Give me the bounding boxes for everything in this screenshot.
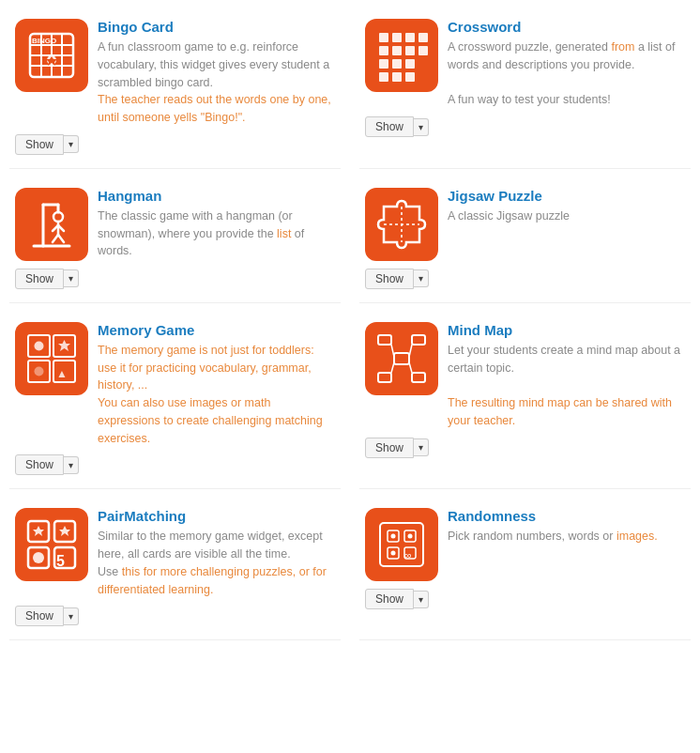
svg-rect-10 (379, 33, 388, 42)
show-button-crossword[interactable]: Show (365, 116, 414, 137)
widget-top-pair-matching: 5 PairMatchingSimilar to the memory game… (15, 508, 335, 598)
widget-btn-row-hangman: Show▾ (15, 269, 335, 289)
widget-title-crossword: Crossword (448, 19, 685, 35)
widget-icon-crossword (365, 19, 438, 92)
widget-title-hangman: Hangman (98, 188, 335, 204)
dropdown-button-memory-game[interactable]: ▾ (64, 456, 79, 474)
svg-rect-18 (405, 46, 415, 55)
svg-rect-11 (392, 33, 402, 42)
widget-title-mind-map: Mind Map (448, 322, 685, 338)
svg-rect-45 (378, 373, 391, 382)
dropdown-button-randomness[interactable]: ▾ (414, 591, 429, 608)
svg-rect-17 (379, 59, 388, 69)
svg-rect-59 (380, 523, 423, 566)
widget-card-memory-game: ▲ Memory GameThe memory game is not just… (9, 313, 341, 490)
svg-rect-16 (392, 59, 402, 69)
dropdown-button-crossword[interactable]: ▾ (414, 118, 429, 136)
show-button-jigsaw[interactable]: Show (365, 269, 414, 289)
dropdown-button-jigsaw[interactable]: ▾ (414, 269, 429, 287)
widget-title-memory-game: Memory Game (98, 322, 335, 338)
svg-rect-19 (379, 72, 388, 82)
svg-rect-14 (392, 46, 402, 55)
widget-btn-row-jigsaw: Show▾ (365, 269, 685, 289)
svg-rect-21 (405, 72, 415, 82)
widget-title-randomness: Randomness (448, 508, 685, 524)
widget-info-crossword: CrosswordA crossword puzzle, generated f… (448, 19, 685, 109)
svg-rect-46 (412, 373, 425, 382)
svg-marker-39 (58, 340, 70, 351)
widget-desc-bingo-card: A fun classroom game to e.g. reinforce v… (98, 38, 335, 127)
svg-text:5: 5 (56, 553, 65, 569)
widget-card-mind-map: Mind MapLet your students create a mind … (359, 313, 691, 490)
widget-info-jigsaw: Jigsaw PuzzleA classic Jigsaw puzzle (448, 188, 685, 225)
svg-line-49 (391, 362, 394, 373)
widget-top-hangman: HangmanThe classic game with a hangman (… (15, 188, 335, 261)
widget-btn-row-crossword: Show▾ (365, 116, 685, 137)
widget-desc-memory-game: The memory game is not just for toddlers… (98, 342, 335, 448)
widget-top-mind-map: Mind MapLet your students create a mind … (365, 322, 685, 430)
widget-top-bingo-card: BINGO Bingo CardA fun classroom game to … (15, 19, 335, 127)
widget-icon-randomness: ∞ (365, 508, 438, 581)
widget-info-hangman: HangmanThe classic game with a hangman (… (98, 188, 335, 260)
svg-rect-20 (392, 72, 402, 82)
widget-desc-pair-matching: Similar to the memory game widget, excep… (98, 528, 335, 598)
svg-line-32 (53, 235, 58, 242)
svg-line-47 (391, 345, 394, 357)
widget-card-pair-matching: 5 PairMatchingSimilar to the memory game… (9, 499, 341, 640)
widget-btn-row-pair-matching: Show▾ (15, 606, 335, 626)
svg-rect-23 (418, 46, 428, 55)
widget-card-bingo-card: BINGO Bingo CardA fun classroom game to … (9, 9, 341, 169)
widget-desc-jigsaw: A classic Jigsaw puzzle (448, 207, 685, 225)
widget-card-hangman: HangmanThe classic game with a hangman (… (9, 178, 341, 303)
show-button-randomness[interactable]: Show (365, 589, 414, 609)
widget-card-randomness: ∞ RandomnessPick random numbers, words o… (359, 499, 691, 640)
svg-point-65 (408, 534, 413, 539)
widget-icon-hangman (15, 188, 88, 261)
widget-card-crossword: CrosswordA crossword puzzle, generated f… (359, 9, 691, 169)
svg-text:▲: ▲ (56, 367, 68, 380)
show-button-bingo-card[interactable]: Show (15, 134, 64, 155)
svg-point-67 (391, 551, 396, 556)
widget-btn-row-memory-game: Show▾ (15, 454, 335, 475)
widget-desc-mind-map: Let your students create a mind map abou… (448, 342, 685, 430)
svg-rect-12 (405, 33, 415, 42)
widget-info-randomness: RandomnessPick random numbers, words or … (448, 508, 685, 546)
widget-top-crossword: CrosswordA crossword puzzle, generated f… (365, 19, 685, 109)
widget-icon-pair-matching: 5 (15, 508, 88, 581)
widget-btn-row-bingo-card: Show▾ (15, 134, 335, 155)
svg-rect-43 (378, 335, 391, 345)
svg-marker-55 (33, 526, 44, 536)
widget-title-pair-matching: PairMatching (98, 508, 335, 524)
widget-top-memory-game: ▲ Memory GameThe memory game is not just… (15, 322, 335, 448)
widget-top-randomness: ∞ RandomnessPick random numbers, words o… (365, 508, 685, 581)
svg-rect-44 (412, 335, 425, 345)
widget-card-jigsaw: Jigsaw PuzzleA classic Jigsaw puzzleShow… (359, 178, 691, 303)
widget-info-bingo-card: Bingo CardA fun classroom game to e.g. r… (98, 19, 335, 127)
widget-info-pair-matching: PairMatchingSimilar to the memory game w… (98, 508, 335, 598)
widget-icon-jigsaw (365, 188, 438, 261)
dropdown-button-pair-matching[interactable]: ▾ (64, 607, 79, 625)
dropdown-button-bingo-card[interactable]: ▾ (64, 135, 79, 153)
widget-info-mind-map: Mind MapLet your students create a mind … (448, 322, 685, 430)
dropdown-button-hangman[interactable]: ▾ (64, 269, 79, 287)
widget-title-jigsaw: Jigsaw Puzzle (448, 188, 685, 204)
widget-info-memory-game: Memory GameThe memory game is not just f… (98, 322, 335, 448)
widget-top-jigsaw: Jigsaw PuzzleA classic Jigsaw puzzle (365, 188, 685, 261)
widget-btn-row-randomness: Show▾ (365, 589, 685, 609)
widget-icon-mind-map (365, 322, 438, 395)
show-button-memory-game[interactable]: Show (15, 454, 64, 475)
svg-text:∞: ∞ (404, 549, 412, 561)
svg-point-57 (33, 552, 44, 563)
svg-rect-42 (394, 353, 409, 364)
show-button-mind-map[interactable]: Show (365, 438, 414, 458)
svg-rect-22 (418, 33, 428, 42)
dropdown-button-mind-map[interactable]: ▾ (414, 438, 429, 456)
widget-btn-row-mind-map: Show▾ (365, 438, 685, 458)
widget-desc-randomness: Pick random numbers, words or images. (448, 528, 685, 546)
svg-rect-13 (379, 46, 388, 55)
svg-point-40 (35, 366, 44, 376)
show-button-hangman[interactable]: Show (15, 269, 64, 289)
svg-rect-15 (405, 59, 415, 69)
show-button-pair-matching[interactable]: Show (15, 606, 64, 626)
svg-marker-56 (59, 526, 70, 536)
